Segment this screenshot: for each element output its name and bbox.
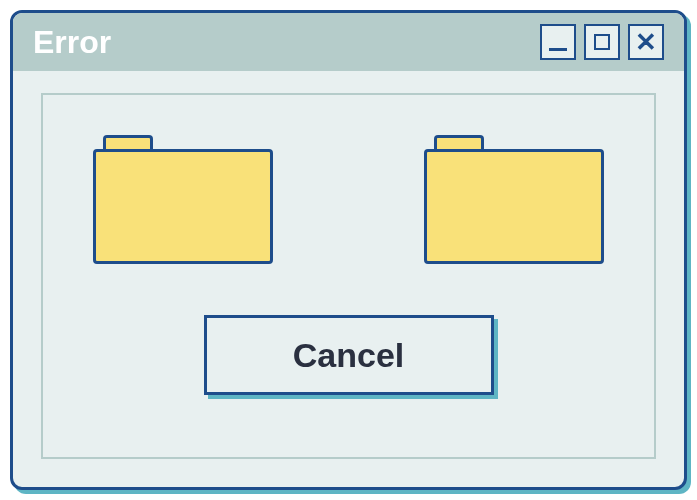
folder-icon-right bbox=[424, 135, 604, 265]
window-title: Error bbox=[33, 24, 111, 61]
titlebar: Error ✕ bbox=[13, 13, 684, 71]
window-controls: ✕ bbox=[540, 24, 664, 60]
folder-icon-left bbox=[93, 135, 273, 265]
cancel-button[interactable]: Cancel bbox=[204, 315, 494, 395]
error-dialog-window: Error ✕ Cancel bbox=[10, 10, 687, 490]
folder-body bbox=[424, 149, 604, 264]
minimize-icon bbox=[549, 48, 567, 51]
close-button[interactable]: ✕ bbox=[628, 24, 664, 60]
dialog-content: Cancel bbox=[41, 93, 656, 459]
folder-row bbox=[43, 95, 654, 265]
minimize-button[interactable] bbox=[540, 24, 576, 60]
maximize-button[interactable] bbox=[584, 24, 620, 60]
close-icon: ✕ bbox=[635, 29, 657, 55]
maximize-icon bbox=[594, 34, 610, 50]
folder-body bbox=[93, 149, 273, 264]
button-area: Cancel bbox=[43, 315, 654, 395]
